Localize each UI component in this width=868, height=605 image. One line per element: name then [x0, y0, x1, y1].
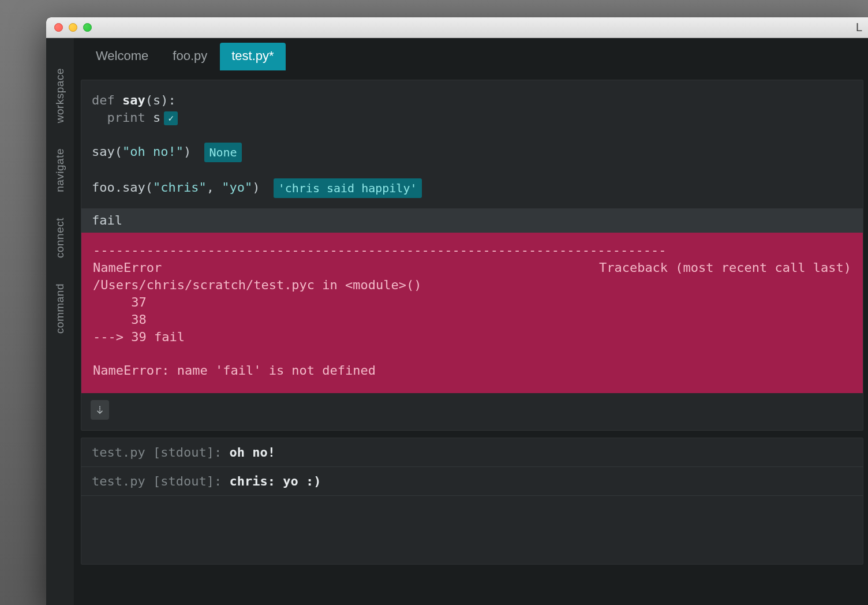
- call1-str: "oh no!": [122, 144, 184, 159]
- console-panel: test.py [stdout]: oh no! test.py [stdout…: [81, 438, 863, 565]
- tab-welcome[interactable]: Welcome: [84, 43, 160, 70]
- console-file: test.py: [92, 474, 153, 488]
- body-area: workspace navigate connect command Welco…: [46, 38, 868, 605]
- traffic-lights: [54, 23, 92, 32]
- traceback-label: Traceback (most recent call last): [599, 259, 851, 277]
- close-icon[interactable]: [54, 23, 63, 32]
- main-column: Welcome foo.py test.py* def say(s): prin…: [74, 38, 868, 605]
- call2-str2: "yo": [222, 180, 252, 195]
- call2-post: ): [252, 180, 268, 195]
- file-tabs: Welcome foo.py test.py*: [74, 38, 868, 70]
- console-output: chris: yo :): [229, 474, 321, 488]
- call2-sep: ,: [207, 180, 222, 195]
- blank-line: [93, 346, 851, 362]
- code-line-def: def say(s):: [92, 92, 852, 109]
- console-sep: :: [214, 445, 230, 460]
- sidebar-tab-connect[interactable]: connect: [54, 205, 66, 271]
- call2-str1: "chris": [153, 180, 207, 195]
- sidebar-tab-workspace[interactable]: workspace: [54, 55, 66, 136]
- console-output: oh no!: [229, 445, 275, 460]
- titlebar: L: [46, 17, 868, 38]
- blank-line: [92, 162, 852, 178]
- console-tag: [stdout]: [153, 445, 214, 460]
- console-file: test.py: [92, 445, 153, 460]
- sidebar: workspace navigate connect command: [46, 38, 74, 605]
- error-name: NameError: [93, 259, 162, 277]
- sidebar-tab-command[interactable]: command: [54, 271, 66, 346]
- inline-result-said: 'chris said happily': [274, 178, 422, 198]
- app-window: L workspace navigate connect command Wel…: [46, 17, 868, 605]
- keyword-def: def: [92, 93, 122, 107]
- code-line-call2: foo.say("chris", "yo") 'chris said happi…: [92, 178, 852, 198]
- sidebar-tab-navigate[interactable]: navigate: [54, 136, 66, 205]
- inline-ok-icon: [164, 111, 178, 125]
- console-line-2: test.py [stdout]: chris: yo :): [81, 467, 863, 496]
- code-line-call1: say("oh no!") None: [92, 143, 852, 162]
- titlebar-right-letter: L: [856, 21, 862, 34]
- editor-actions: [81, 393, 863, 430]
- console-sep: :: [214, 474, 230, 488]
- keyword-print: print: [107, 110, 153, 125]
- scroll-down-button[interactable]: [91, 400, 109, 420]
- code-editor[interactable]: def say(s): print s say("oh no!") None f…: [81, 80, 863, 393]
- fn-name: say: [122, 93, 145, 107]
- error-header: NameErrorTraceback (most recent call las…: [93, 259, 851, 277]
- console-line-1: test.py [stdout]: oh no!: [81, 438, 863, 467]
- arrow-down-icon: [96, 405, 104, 414]
- error-dashes: ----------------------------------------…: [93, 242, 851, 259]
- fn-params: (s):: [145, 93, 176, 107]
- editor-panel: def say(s): print s say("oh no!") None f…: [81, 80, 863, 431]
- call1-pre: say(: [92, 144, 122, 159]
- code-line-fail: fail: [81, 208, 863, 233]
- error-final: NameError: name 'fail' is not defined: [93, 362, 851, 379]
- tab-foo-py[interactable]: foo.py: [161, 43, 219, 70]
- error-line-37: 37: [93, 294, 851, 311]
- indent: [92, 110, 107, 125]
- code-line-print: print s: [92, 109, 852, 126]
- minimize-icon[interactable]: [69, 23, 77, 32]
- call2-pre: foo.say(: [92, 180, 153, 195]
- error-line-38: 38: [93, 311, 851, 328]
- error-line-39: ---> 39 fail: [93, 328, 851, 346]
- print-var: s: [153, 110, 160, 125]
- zoom-icon[interactable]: [83, 23, 92, 32]
- tab-test-py[interactable]: test.py*: [220, 43, 285, 70]
- blank-line: [92, 126, 852, 143]
- call1-post: ): [184, 144, 199, 159]
- console-tag: [stdout]: [153, 474, 214, 488]
- error-traceback: ----------------------------------------…: [81, 233, 863, 393]
- error-path: /Users/chris/scratch/test.pyc in <module…: [93, 277, 851, 294]
- inline-result-none: None: [204, 143, 241, 162]
